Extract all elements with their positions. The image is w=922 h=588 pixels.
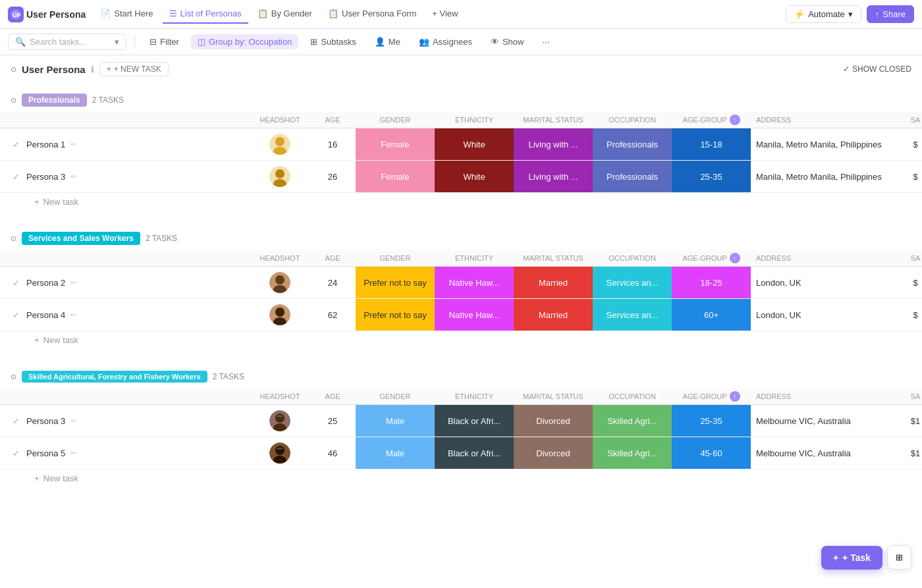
address-cell: Manila, Metro Manila, Philippines	[751, 128, 896, 160]
share-button[interactable]: ↑ Share	[867, 5, 914, 23]
toolbar: 🔍 Search tasks... ▾ ⊟ Filter ◫ Group by:…	[0, 29, 922, 55]
top-navigation: UP User Persona 📄 Start Here ☰ List of P…	[0, 0, 922, 29]
new-task-row-professionals[interactable]: + New task	[0, 193, 922, 211]
group-skilled-agricultural: ⊙ Skilled Agricultural, Forestry and Fis…	[0, 365, 922, 487]
marital-cell: Married	[514, 299, 593, 331]
tab-list-of-personas[interactable]: ☰ List of Personas	[163, 5, 248, 24]
start-here-icon: 📄	[100, 9, 111, 18]
sort-icon[interactable]: ↑	[730, 115, 740, 125]
tab-add-view[interactable]: + View	[425, 5, 464, 24]
svg-point-6	[275, 169, 285, 178]
headshot-cell	[250, 134, 310, 155]
checkbox-icon[interactable]: ✓	[11, 309, 21, 320]
col-header-sal: SA	[896, 116, 922, 124]
plus-icon: +	[34, 197, 40, 207]
show-button[interactable]: 👁 Show	[484, 34, 531, 49]
filter-button[interactable]: ⊟ Filter	[143, 34, 186, 49]
col-header-gender: GENDER	[356, 392, 435, 400]
sort-icon[interactable]: ↑	[730, 391, 740, 402]
occupation-cell: Professionals	[593, 161, 672, 192]
automate-button[interactable]: ⚡ Automate ▾	[786, 5, 861, 23]
automate-icon: ⚡	[794, 9, 805, 19]
col-header-address: ADDRESS	[751, 392, 896, 400]
col-header-age: AGE	[310, 116, 356, 124]
app-logo: UP	[8, 7, 24, 22]
svg-point-19	[275, 446, 285, 455]
edit-icon[interactable]: ✏	[70, 449, 76, 458]
new-task-button[interactable]: + + NEW TASK	[99, 62, 169, 76]
table-row: ✓ Persona 4 ✏ 62 Prefer not to say Nativ…	[0, 299, 922, 331]
edit-icon[interactable]: ✏	[70, 140, 76, 149]
assignees-button[interactable]: 👥 Assignees	[412, 34, 479, 49]
col-header-occupation: OCCUPATION	[593, 254, 672, 262]
me-button[interactable]: 👤 Me	[368, 34, 407, 49]
headshot-cell	[250, 442, 310, 464]
marital-cell: Married	[514, 267, 593, 298]
task-name: Persona 5	[26, 448, 65, 458]
ethnicity-cell: Native Haw...	[435, 267, 514, 298]
checkbox-icon[interactable]: ✓	[11, 277, 21, 288]
table-row: ✓ Persona 3 ✏ 26 Female White Living wit…	[0, 161, 922, 193]
edit-icon[interactable]: ✏	[70, 173, 76, 181]
occupation-cell: Services an...	[593, 267, 672, 298]
group-professionals: ⊙ Professionals 2 TASKS HEADSHOT AGE GEN…	[0, 88, 922, 211]
occupation-cell: Services an...	[593, 299, 672, 331]
col-header-age-group: AGE-GROUP ↑	[672, 391, 751, 402]
search-box[interactable]: 🔍 Search tasks... ▾	[8, 34, 126, 50]
address-cell: Melbourne VIC, Australia	[751, 405, 896, 437]
col-header-address: ADDRESS	[751, 254, 896, 262]
col-header-headshot: HEADSHOT	[250, 392, 310, 400]
collapse-professionals-button[interactable]: ⊙	[11, 96, 16, 105]
new-task-row-services[interactable]: + New task	[0, 331, 922, 349]
share-icon: ↑	[875, 9, 880, 19]
age-group-cell: 25-35	[672, 405, 751, 437]
age-group-cell: 15-18	[672, 128, 751, 160]
gender-cell: Prefer not to say	[356, 299, 435, 331]
svg-point-12	[275, 307, 285, 317]
task-name-cell: ✓ Persona 4 ✏	[0, 306, 250, 324]
task-name-cell: ✓ Persona 3 ✏	[0, 167, 250, 186]
chevron-down-icon: ▾	[115, 37, 119, 47]
edit-icon[interactable]: ✏	[70, 279, 76, 287]
marital-cell: Divorced	[514, 437, 593, 469]
more-button[interactable]: ···	[535, 34, 556, 49]
show-closed-button[interactable]: ✓ SHOW CLOSED	[843, 65, 911, 74]
age-cell: 26	[310, 172, 356, 182]
tab-by-gender[interactable]: 📋 By Gender	[251, 5, 319, 24]
avatar	[269, 410, 290, 431]
task-name: Persona 3	[26, 172, 65, 182]
tab-start-here[interactable]: 📄 Start Here	[94, 5, 159, 24]
edit-icon[interactable]: ✏	[70, 417, 76, 425]
subtasks-button[interactable]: ⊞ Subtasks	[304, 34, 362, 49]
headshot-cell	[250, 410, 310, 431]
age-group-cell: 60+	[672, 299, 751, 331]
gender-cell: Female	[356, 161, 435, 192]
col-header-address: ADDRESS	[751, 116, 896, 124]
task-name-cell: ✓ Persona 1 ✏	[0, 135, 250, 153]
headshot-cell	[250, 166, 310, 187]
col-header-marital: MARITAL STATUS	[514, 116, 593, 124]
col-header-gender: GENDER	[356, 254, 435, 262]
checkbox-icon[interactable]: ✓	[11, 448, 21, 458]
collapse-services-button[interactable]: ⊙	[11, 234, 16, 243]
more-icon: ···	[542, 37, 549, 47]
page-collapse-button[interactable]: ⊙	[11, 65, 16, 74]
salary-cell: $	[896, 161, 922, 192]
info-icon[interactable]: ℹ	[91, 65, 94, 74]
sort-icon[interactable]: ↑	[730, 253, 740, 263]
collapse-skilled-button[interactable]: ⊙	[11, 373, 16, 381]
col-header-ethnicity: ETHNICITY	[435, 116, 514, 124]
group-by-button[interactable]: ◫ Group by: Occupation	[191, 34, 298, 49]
col-header-sal: SA	[896, 392, 922, 400]
checkbox-icon[interactable]: ✓	[11, 415, 21, 426]
address-cell: Melbourne VIC, Australia	[751, 437, 896, 469]
col-header-marital: MARITAL STATUS	[514, 392, 593, 400]
new-task-row-skilled[interactable]: + New task	[0, 469, 922, 487]
checkbox-icon[interactable]: ✓	[11, 171, 21, 182]
show-icon: 👁	[491, 37, 499, 47]
edit-icon[interactable]: ✏	[70, 311, 76, 319]
tab-user-persona-form[interactable]: 📋 User Persona Form	[321, 5, 423, 24]
ethnicity-cell: White	[435, 128, 514, 160]
by-gender-icon: 📋	[258, 9, 268, 18]
checkbox-icon[interactable]: ✓	[11, 139, 21, 149]
